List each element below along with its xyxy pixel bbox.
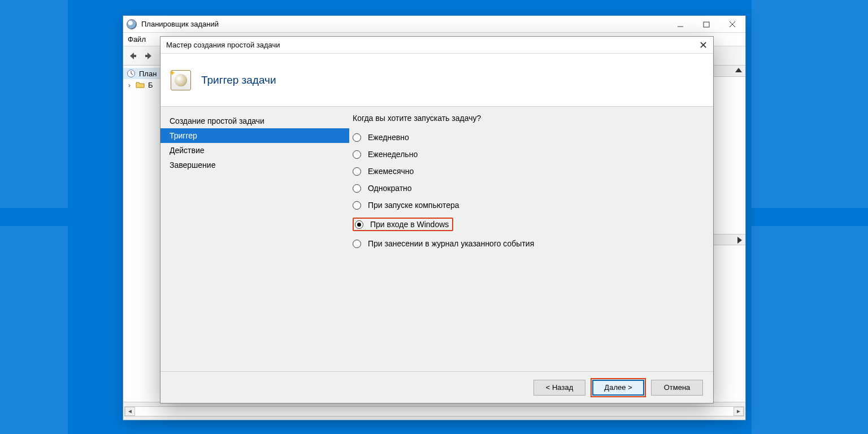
option-once[interactable]: Однократно [353,184,700,193]
nav-trigger[interactable]: Триггер [160,128,349,143]
option-monthly-label: Ежемесячно [368,167,414,176]
option-daily-label: Ежедневно [368,133,409,142]
create-task-wizard: Мастер создания простой задачи ✕ ✦ Тригг… [160,36,714,403]
titlebar[interactable]: Планировщик заданий [123,16,745,33]
option-event-label: При занесении в журнал указанного событи… [368,239,534,248]
next-button[interactable]: Далее > [592,380,644,396]
tree-root-label: План [139,70,157,78]
nav-action[interactable]: Действие [160,143,349,158]
right-panel [711,66,745,402]
scroll-left-icon[interactable]: ◄ [125,407,135,416]
option-daily[interactable]: Ежедневно [353,133,700,142]
back-button[interactable]: < Назад [533,380,585,396]
wizard-nav: Создание простой задачи Триггер Действие… [160,107,349,371]
menu-file[interactable]: Файл [128,35,146,44]
expander-icon[interactable]: › [127,81,132,89]
horizontal-scrollbar[interactable]: ◄ ► [124,406,744,416]
nav-finish[interactable]: Завершение [160,158,349,172]
radio-icon [353,150,361,159]
nav-create[interactable]: Создание простой задачи [160,114,349,128]
option-startup-label: При запуске компьютера [368,201,459,210]
window-title: Планировщик заданий [141,20,219,28]
wallpaper-quad-top-right [752,0,868,208]
app-icon [127,19,137,29]
svg-rect-1 [704,22,709,27]
wizard-title: Мастер создания простой задачи [166,41,280,49]
collapse-up-icon [735,68,742,72]
maximize-button[interactable] [693,16,719,33]
highlight-box: При входе в Windows [353,218,453,231]
wizard-header: ✦ Триггер задачи [160,54,713,107]
prompt-label: Когда вы хотите запускать задачу? [353,114,700,123]
expand-right-icon[interactable] [737,237,742,244]
statusbar: ◄ ► [123,402,745,420]
clock-icon [127,69,136,78]
option-monthly[interactable]: Ежемесячно [353,167,700,176]
close-button[interactable] [719,16,745,33]
radio-icon [353,133,361,142]
radio-icon [353,240,361,248]
option-event[interactable]: При занесении в журнал указанного событи… [353,239,700,248]
radio-icon [353,201,361,210]
wizard-footer: < Назад Далее > Отмена [160,371,713,403]
option-startup[interactable]: При запуске компьютера [353,201,700,210]
minimize-button[interactable] [667,16,693,33]
wallpaper-quad-bottom-right [752,226,868,434]
wizard-heading: Триггер задачи [201,74,276,86]
radio-icon [355,220,363,229]
wizard-header-icon: ✦ [171,70,191,90]
scroll-right-icon[interactable]: ► [734,407,744,416]
option-logon[interactable]: При входе в Windows [353,218,700,231]
wizard-titlebar[interactable]: Мастер создания простой задачи ✕ [160,37,713,54]
cancel-button[interactable]: Отмена [651,380,703,396]
panel-header[interactable] [712,66,745,77]
radio-icon [353,167,361,176]
folder-icon [136,80,145,89]
option-logon-label: При входе в Windows [370,220,449,229]
back-arrow-icon[interactable] [127,50,139,62]
wizard-content: Когда вы хотите запускать задачу? Ежедне… [349,107,713,371]
tree-child-label: Б [148,81,153,89]
forward-arrow-icon[interactable] [142,50,155,62]
wallpaper-quad-bottom-left [0,226,68,434]
wallpaper-quad-top-left [0,0,68,208]
option-weekly-label: Еженедельно [368,150,418,159]
option-weekly[interactable]: Еженедельно [353,150,700,159]
option-once-label: Однократно [368,184,412,193]
close-icon[interactable]: ✕ [699,39,708,51]
radio-icon [353,184,361,193]
